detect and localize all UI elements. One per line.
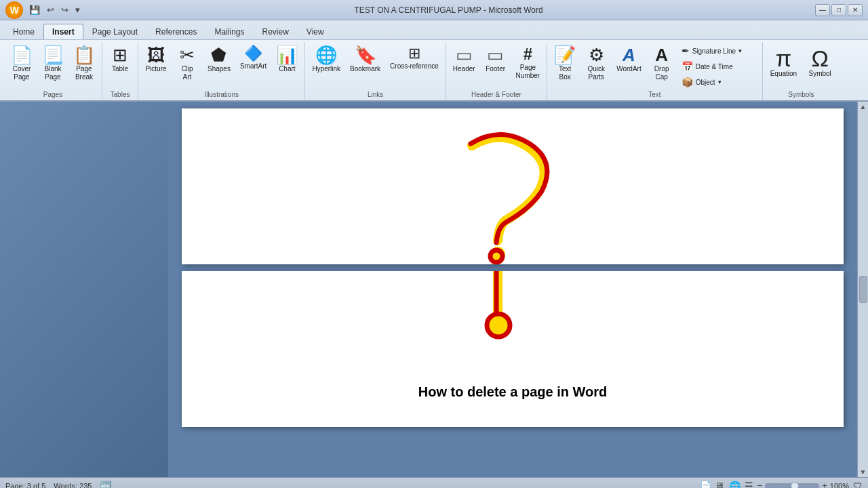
redo-button[interactable]: ↪ — [59, 3, 71, 16]
pages-group-label: Pages — [7, 89, 99, 100]
symbol-icon: Ω — [811, 47, 828, 70]
word-count: Words: 235 — [54, 482, 92, 489]
header-icon: ▭ — [456, 46, 473, 64]
clip-art-button[interactable]: ✂ ClipArt — [172, 43, 202, 83]
quick-parts-button[interactable]: ⚙ QuickParts — [581, 43, 611, 83]
page-break-button[interactable]: 📋 PageBreak — [69, 43, 99, 83]
group-symbols: π Equation Ω Symbol Symbols — [763, 42, 840, 100]
tab-home[interactable]: Home — [4, 24, 43, 39]
left-sidebar — [0, 102, 168, 477]
chart-icon: 📊 — [276, 46, 298, 64]
blank-page-icon: 📃 — [42, 46, 64, 64]
cross-reference-button[interactable]: ⊞ Cross-reference — [386, 43, 443, 73]
tab-page-layout[interactable]: Page Layout — [83, 24, 146, 39]
tab-view[interactable]: View — [298, 24, 333, 39]
picture-button[interactable]: 🖼 Picture — [141, 43, 171, 75]
qa-dropdown[interactable]: ▾ — [73, 3, 82, 16]
header-label: Header — [453, 65, 475, 73]
shapes-label: Shapes — [208, 65, 231, 73]
page-2-text: How to delete a page in Word — [418, 384, 608, 400]
zoom-out-button[interactable]: − — [757, 481, 763, 488]
hyperlink-label: Hyperlink — [312, 65, 340, 73]
smartart-button[interactable]: 🔷 SmartArt — [236, 43, 271, 73]
status-right: 📄 🖥 🌐 ☰ − + 100% 🛡 — [700, 481, 863, 489]
page-number-button[interactable]: # PageNumber — [512, 43, 545, 82]
ribbon-content: 📄 CoverPage 📃 BlankPage 📋 PageBreak Page… — [0, 39, 868, 100]
wordart-icon: A — [623, 46, 635, 64]
document-area: How to delete a page in Word — [168, 102, 857, 477]
view-outline-icon[interactable]: ☰ — [745, 481, 753, 489]
symbols-group-label: Symbols — [766, 89, 837, 100]
drop-cap-button[interactable]: A DropCap — [647, 43, 677, 83]
cover-page-icon: 📄 — [11, 46, 33, 64]
group-header-footer: ▭ Header ▭ Footer # PageNumber Header & … — [446, 42, 547, 100]
text-box-button[interactable]: 📝 TextBox — [550, 43, 580, 83]
tab-references[interactable]: References — [146, 24, 205, 39]
main-area: How to delete a page in Word ▲ ▼ — [0, 102, 868, 477]
signature-line-label: Signature Line — [692, 47, 736, 55]
page-break-icon: 📋 — [73, 46, 95, 64]
view-web-icon[interactable]: 🌐 — [729, 481, 741, 489]
date-time-label: Date & Time — [696, 63, 733, 70]
tab-mailings[interactable]: Mailings — [205, 24, 253, 39]
page-number-icon: # — [524, 46, 532, 62]
zoom-bar[interactable] — [765, 483, 819, 489]
clip-art-icon: ✂ — [180, 46, 195, 64]
wordart-label: WordArt — [616, 65, 642, 73]
close-button[interactable]: ✕ — [848, 4, 863, 16]
save-button[interactable]: 💾 — [27, 3, 42, 16]
scroll-down-button[interactable]: ▼ — [860, 468, 867, 476]
text-box-label: TextBox — [559, 65, 571, 81]
tab-insert[interactable]: Insert — [43, 24, 83, 39]
group-links: 🌐 Hyperlink 🔖 Bookmark ⊞ Cross-reference… — [305, 42, 446, 100]
shapes-button[interactable]: ⬟ Shapes — [203, 43, 235, 75]
wordart-button[interactable]: A WordArt — [612, 43, 646, 75]
object-label: Object — [696, 79, 715, 86]
chart-label: Chart — [279, 65, 295, 73]
zoom-level: 100% — [830, 482, 849, 489]
vertical-scrollbar[interactable]: ▲ ▼ — [857, 102, 868, 477]
date-time-button[interactable]: 📅 Date & Time — [678, 59, 760, 74]
table-icon: ⊞ — [113, 46, 127, 64]
header-button[interactable]: ▭ Header — [449, 43, 479, 75]
undo-button[interactable]: ↩ — [45, 3, 56, 16]
spell-check-icon[interactable]: 🔤 — [100, 481, 111, 489]
table-button[interactable]: ⊞ Table — [105, 43, 135, 75]
status-left: Page: 3 of 5 Words: 235 🔤 — [5, 481, 111, 489]
header-footer-group-label: Header & Footer — [449, 89, 544, 100]
smartart-label: SmartArt — [240, 62, 267, 70]
scroll-up-button[interactable]: ▲ — [860, 103, 867, 110]
illustrations-group-label: Illustrations — [141, 89, 302, 100]
maximize-button[interactable]: □ — [831, 4, 846, 16]
scroll-thumb[interactable] — [859, 276, 867, 303]
signature-dropdown[interactable]: ▾ — [738, 47, 742, 54]
view-print-icon[interactable]: 📄 — [700, 481, 711, 489]
footer-button[interactable]: ▭ Footer — [481, 43, 511, 75]
group-pages: 📄 CoverPage 📃 BlankPage 📋 PageBreak Page… — [4, 42, 102, 100]
blank-page-button[interactable]: 📃 BlankPage — [38, 43, 68, 83]
tables-group-label: Tables — [105, 89, 135, 100]
page-break-label: PageBreak — [75, 65, 93, 81]
symbol-button[interactable]: Ω Symbol — [803, 43, 837, 79]
shapes-icon: ⬟ — [211, 46, 226, 64]
drop-cap-icon: A — [655, 46, 668, 64]
object-button[interactable]: 📦 Object ▾ — [678, 75, 760, 89]
quick-parts-label: QuickParts — [587, 65, 605, 81]
zoom-in-button[interactable]: + — [822, 481, 827, 488]
chart-button[interactable]: 📊 Chart — [272, 43, 302, 75]
tab-review[interactable]: Review — [253, 24, 297, 39]
page-number-label: PageNumber — [516, 64, 540, 80]
footer-icon: ▭ — [487, 46, 504, 64]
minimize-button[interactable]: — — [815, 4, 830, 16]
cover-page-button[interactable]: 📄 CoverPage — [7, 43, 37, 83]
bookmark-label: Bookmark — [350, 65, 380, 73]
bookmark-button[interactable]: 🔖 Bookmark — [346, 43, 384, 75]
signature-line-button[interactable]: ✒ Signature Line ▾ — [678, 43, 760, 58]
group-illustrations: 🖼 Picture ✂ ClipArt ⬟ Shapes 🔷 SmartArt … — [138, 42, 305, 100]
blank-page-label: BlankPage — [44, 65, 61, 81]
equation-button[interactable]: π Equation — [766, 43, 802, 79]
object-dropdown[interactable]: ▾ — [718, 79, 722, 85]
view-full-screen-icon[interactable]: 🖥 — [715, 481, 725, 489]
window-title: TEST ON A CENTRIFUGAL PUMP - Microsoft W… — [82, 5, 815, 15]
hyperlink-button[interactable]: 🌐 Hyperlink — [308, 43, 344, 75]
